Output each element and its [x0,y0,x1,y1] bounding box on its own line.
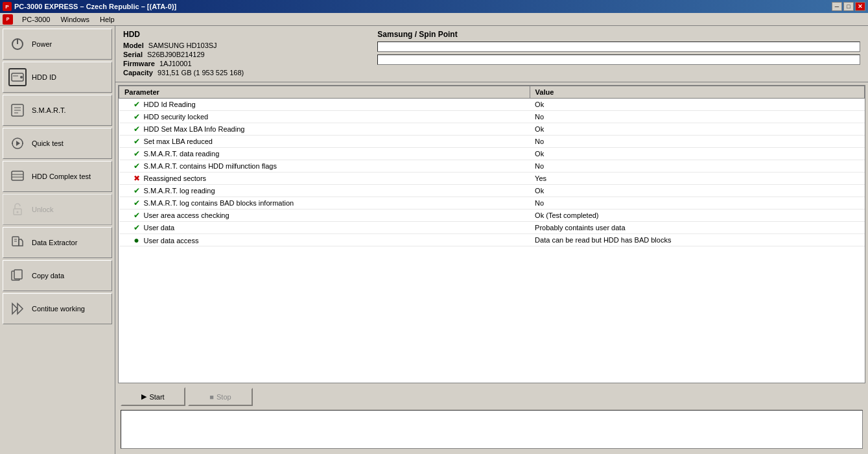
title-bar: P PC-3000 EXPRESS – Czech Republic – [(A… [0,0,868,13]
hdd-section-title: HDD [123,30,364,39]
value-cell: No [530,111,864,123]
param-cell: ✔S.M.A.R.T. contains HDD milfunction fla… [119,160,530,173]
value-cell: Ok [530,185,864,197]
unlock-label: Unlock [32,206,54,213]
data-extractor-icon [8,233,27,252]
param-cell: ✔S.M.A.R.T. data reading [119,148,530,160]
value-cell: No [530,197,864,209]
table-row: ✔S.M.A.R.T. log readingOk [119,185,865,197]
serial-value: S26BJ90B214129 [147,51,205,58]
table-row: ✔HDD Id ReadingOk [119,99,865,111]
start-button[interactable]: ▶ Start [121,387,185,406]
hdd-complex-icon [8,167,27,185]
col-parameter: Parameter [119,86,530,99]
sidebar-item-unlock[interactable]: Unlock [3,194,112,225]
svg-rect-21 [14,270,22,279]
sidebar-item-hdd-complex[interactable]: HDD Complex test [3,161,112,192]
app-icon: P [3,2,12,11]
table-row: ✖Reassigned sectorsYes [119,173,865,185]
hdd-capacity-row: Capacity 931,51 GB (1 953 525 168) [123,69,364,77]
svg-point-16 [17,211,19,213]
continue-working-label: Contitue working [32,305,85,313]
model-value: SAMSUNG HD103SJ [148,42,217,49]
param-cell: ●User data access [119,234,530,246]
value-cell: Probably containts user data [530,222,864,234]
value-cell: Data can be read but HDD has BAD blocks [530,234,864,246]
param-cell: ✖Reassigned sectors [119,173,530,185]
table-row: ✔HDD Set Max LBA Info ReadingOk [119,123,865,136]
parameter-table: Parameter Value ✔HDD Id ReadingOk✔HDD se… [118,85,865,383]
hdd-id-icon [8,68,27,86]
table-row: ✔Set max LBA reducedNo [119,136,865,148]
close-button[interactable]: ✕ [855,2,865,11]
sidebar-item-hdd-id[interactable]: HDD ID [3,62,112,93]
quick-test-label: Quick test [32,139,64,147]
model-label: Model [123,42,144,49]
firmware-value: 1AJ10001 [159,60,192,67]
menu-windows[interactable]: Windows [55,14,95,25]
main-panel: Parameter Value ✔HDD Id ReadingOk✔HDD se… [115,82,868,454]
sidebar-item-continue-working[interactable]: Contitue working [3,293,112,324]
minimize-button[interactable]: ─ [832,2,842,11]
stop-button[interactable]: ■ Stop [188,388,253,406]
quick-test-icon [8,134,27,152]
param-cell: ✔Set max LBA reduced [119,136,530,148]
svg-point-11 [22,143,23,144]
button-bar: ▶ Start ■ Stop [118,383,865,410]
restore-button[interactable]: □ [843,2,854,11]
value-cell: Ok [530,99,864,111]
hdd-firmware-row: Firmware 1AJ10001 [123,60,364,67]
brand-title: Samsung / Spin Point [377,30,860,39]
hdd-info-panel: HDD Model SAMSUNG HD103SJ Serial S26BJ90… [115,26,868,82]
start-icon: ▶ [141,392,147,401]
table-row: ✔S.M.A.R.T. data readingOk [119,148,865,160]
value-cell: No [530,136,864,148]
param-cell: ✔S.M.A.R.T. log reading [119,185,530,197]
power-label: Power [32,40,52,48]
table-row: ✔User area access checkingOk (Test compl… [119,209,865,222]
value-cell: Ok (Test completed) [530,209,864,222]
log-area [121,410,863,449]
content-area: HDD Model SAMSUNG HD103SJ Serial S26BJ90… [115,26,868,454]
param-cell: ✔HDD security locked [119,111,530,123]
unlock-icon [8,200,27,219]
smart-label: S.M.A.R.T. [32,106,66,114]
hdd-id-label: HDD ID [32,73,56,81]
firmware-label: Firmware [123,60,155,67]
stop-label: Stop [217,393,231,401]
value-cell: No [530,160,864,173]
stop-icon: ■ [209,393,214,401]
copy-data-icon [8,267,27,285]
menu-bar: P PC-3000 Windows Help [0,13,868,26]
menu-logo: P [3,14,13,25]
sidebar: Power HDD ID S.M.A.R.T. Quick test HDD C [0,26,115,454]
hdd-serial-row: Serial S26BJ90B214129 [123,51,364,58]
param-cell: ✔User data [119,222,530,234]
progress-bar-2 [377,54,860,65]
table-row: ●User data accessData can be read but HD… [119,234,865,246]
sidebar-item-data-extractor[interactable]: Data Extractor [3,227,112,258]
hdd-complex-label: HDD Complex test [32,173,91,180]
table-row: ✔S.M.A.R.T. log contains BAD blocks info… [119,197,865,209]
param-cell: ✔S.M.A.R.T. log contains BAD blocks info… [119,197,530,209]
svg-point-10 [12,143,13,144]
sidebar-item-smart[interactable]: S.M.A.R.T. [3,95,112,126]
param-cell: ✔HDD Id Reading [119,99,530,111]
value-cell: Ok [530,123,864,136]
table-row: ✔HDD security lockedNo [119,111,865,123]
col-value: Value [530,86,864,99]
power-icon [8,35,27,53]
sidebar-item-copy-data[interactable]: Copy data [3,260,112,291]
table-row: ✔S.M.A.R.T. contains HDD milfunction fla… [119,160,865,173]
capacity-value: 931,51 GB (1 953 525 168) [158,69,244,77]
menu-help[interactable]: Help [95,14,120,25]
value-cell: Yes [530,173,864,185]
menu-pc3000[interactable]: PC-3000 [17,14,55,25]
serial-label: Serial [123,51,143,58]
sidebar-item-quick-test[interactable]: Quick test [3,128,112,159]
copy-data-label: Copy data [32,272,64,280]
capacity-label: Capacity [123,69,153,77]
data-extractor-label: Data Extractor [32,239,77,246]
sidebar-item-power[interactable]: Power [3,29,112,60]
progress-bar-1 [377,42,860,52]
